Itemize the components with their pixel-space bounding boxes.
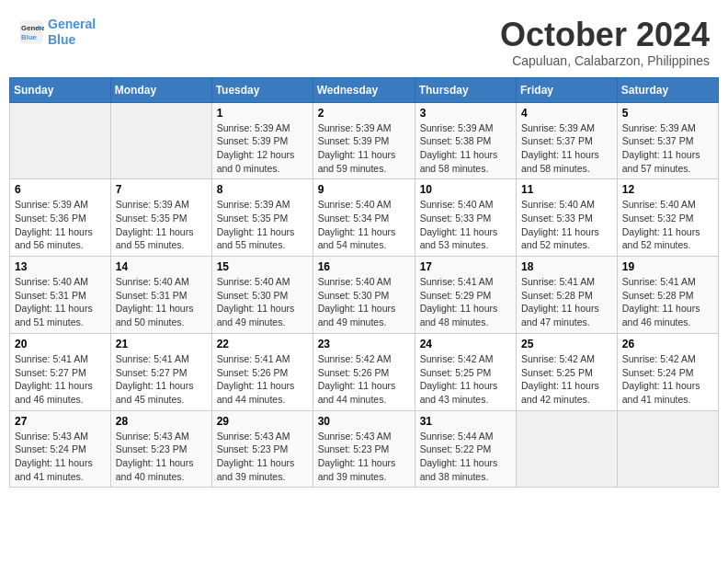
day-number: 2 [318, 107, 410, 120]
logo-icon: General Blue [18, 19, 44, 45]
day-info: Sunrise: 5:41 AM Sunset: 5:27 PM Dayligh… [15, 352, 106, 407]
logo-text: General Blue [48, 17, 96, 48]
day-number: 24 [420, 338, 511, 350]
calendar-cell: 10Sunrise: 5:40 AM Sunset: 5:33 PM Dayli… [415, 179, 516, 257]
day-info: Sunrise: 5:41 AM Sunset: 5:26 PM Dayligh… [217, 352, 308, 407]
calendar-cell: 29Sunrise: 5:43 AM Sunset: 5:23 PM Dayli… [211, 410, 313, 488]
day-number: 21 [116, 338, 207, 350]
calendar-cell: 22Sunrise: 5:41 AM Sunset: 5:26 PM Dayli… [211, 333, 313, 410]
day-info: Sunrise: 5:40 AM Sunset: 5:33 PM Dayligh… [420, 198, 511, 252]
calendar-cell: 15Sunrise: 5:40 AM Sunset: 5:30 PM Dayli… [211, 257, 313, 334]
day-info: Sunrise: 5:43 AM Sunset: 5:23 PM Dayligh… [116, 430, 207, 484]
day-info: Sunrise: 5:41 AM Sunset: 5:29 PM Dayligh… [420, 275, 511, 329]
day-info: Sunrise: 5:39 AM Sunset: 5:36 PM Dayligh… [15, 198, 106, 252]
day-info: Sunrise: 5:40 AM Sunset: 5:34 PM Dayligh… [318, 198, 410, 252]
calendar-cell [517, 410, 618, 488]
day-info: Sunrise: 5:43 AM Sunset: 5:23 PM Dayligh… [217, 430, 308, 484]
day-info: Sunrise: 5:39 AM Sunset: 5:39 PM Dayligh… [217, 121, 308, 176]
calendar-cell: 28Sunrise: 5:43 AM Sunset: 5:23 PM Dayli… [110, 410, 211, 488]
month-title: October 2024 [500, 17, 710, 53]
weekday-header: Friday [517, 77, 618, 102]
weekday-header: Thursday [415, 77, 516, 102]
day-number: 29 [217, 415, 308, 428]
calendar-cell [10, 102, 111, 179]
day-info: Sunrise: 5:42 AM Sunset: 5:25 PM Dayligh… [521, 352, 612, 407]
calendar-cell [110, 102, 211, 179]
calendar-cell: 31Sunrise: 5:44 AM Sunset: 5:22 PM Dayli… [415, 410, 516, 488]
calendar-table: SundayMondayTuesdayWednesdayThursdayFrid… [9, 77, 719, 488]
day-info: Sunrise: 5:40 AM Sunset: 5:32 PM Dayligh… [622, 198, 713, 252]
day-info: Sunrise: 5:40 AM Sunset: 5:31 PM Dayligh… [15, 275, 106, 329]
day-number: 4 [521, 107, 612, 120]
calendar-cell: 1Sunrise: 5:39 AM Sunset: 5:39 PM Daylig… [211, 102, 313, 179]
calendar-cell: 6Sunrise: 5:39 AM Sunset: 5:36 PM Daylig… [10, 179, 111, 257]
day-info: Sunrise: 5:42 AM Sunset: 5:25 PM Dayligh… [420, 352, 511, 407]
day-info: Sunrise: 5:41 AM Sunset: 5:28 PM Dayligh… [622, 275, 713, 329]
day-info: Sunrise: 5:43 AM Sunset: 5:23 PM Dayligh… [318, 430, 410, 484]
day-info: Sunrise: 5:39 AM Sunset: 5:38 PM Dayligh… [420, 121, 511, 176]
calendar-cell: 12Sunrise: 5:40 AM Sunset: 5:32 PM Dayli… [617, 179, 718, 257]
calendar-cell: 18Sunrise: 5:41 AM Sunset: 5:28 PM Dayli… [517, 257, 618, 334]
calendar-cell: 13Sunrise: 5:40 AM Sunset: 5:31 PM Dayli… [10, 257, 111, 334]
calendar-cell: 20Sunrise: 5:41 AM Sunset: 5:27 PM Dayli… [10, 333, 111, 410]
calendar-week-row: 13Sunrise: 5:40 AM Sunset: 5:31 PM Dayli… [10, 257, 719, 334]
weekday-header: Monday [110, 77, 211, 102]
calendar-cell: 5Sunrise: 5:39 AM Sunset: 5:37 PM Daylig… [617, 102, 718, 179]
calendar-cell: 25Sunrise: 5:42 AM Sunset: 5:25 PM Dayli… [517, 333, 618, 410]
weekday-header: Sunday [10, 77, 111, 102]
day-number: 13 [15, 260, 106, 273]
location-subtitle: Capuluan, Calabarzon, Philippines [500, 53, 710, 68]
day-number: 20 [15, 338, 106, 350]
logo: General Blue General Blue [18, 17, 96, 48]
day-number: 6 [15, 183, 106, 196]
svg-text:Blue: Blue [21, 33, 38, 41]
calendar-cell: 2Sunrise: 5:39 AM Sunset: 5:39 PM Daylig… [313, 102, 415, 179]
day-number: 10 [420, 183, 511, 196]
calendar-week-row: 27Sunrise: 5:43 AM Sunset: 5:24 PM Dayli… [10, 410, 719, 488]
calendar-cell: 19Sunrise: 5:41 AM Sunset: 5:28 PM Dayli… [617, 257, 718, 334]
day-info: Sunrise: 5:40 AM Sunset: 5:33 PM Dayligh… [521, 198, 612, 252]
day-number: 19 [622, 260, 713, 273]
day-info: Sunrise: 5:41 AM Sunset: 5:28 PM Dayligh… [521, 275, 612, 329]
calendar-cell: 7Sunrise: 5:39 AM Sunset: 5:35 PM Daylig… [110, 179, 211, 257]
day-info: Sunrise: 5:39 AM Sunset: 5:39 PM Dayligh… [318, 121, 410, 176]
calendar-cell: 11Sunrise: 5:40 AM Sunset: 5:33 PM Dayli… [517, 179, 618, 257]
day-number: 12 [622, 183, 713, 196]
calendar-cell: 4Sunrise: 5:39 AM Sunset: 5:37 PM Daylig… [517, 102, 618, 179]
calendar-week-row: 20Sunrise: 5:41 AM Sunset: 5:27 PM Dayli… [10, 333, 719, 410]
logo-line1: General [48, 17, 96, 31]
day-number: 16 [318, 260, 410, 273]
day-info: Sunrise: 5:44 AM Sunset: 5:22 PM Dayligh… [420, 430, 511, 484]
calendar-cell: 26Sunrise: 5:42 AM Sunset: 5:24 PM Dayli… [617, 333, 718, 410]
calendar-cell: 24Sunrise: 5:42 AM Sunset: 5:25 PM Dayli… [415, 333, 516, 410]
calendar-header-row: SundayMondayTuesdayWednesdayThursdayFrid… [10, 77, 719, 102]
day-number: 27 [15, 415, 106, 428]
calendar-cell: 27Sunrise: 5:43 AM Sunset: 5:24 PM Dayli… [10, 410, 111, 488]
day-number: 22 [217, 338, 308, 350]
day-info: Sunrise: 5:40 AM Sunset: 5:31 PM Dayligh… [116, 275, 207, 329]
day-info: Sunrise: 5:39 AM Sunset: 5:35 PM Dayligh… [217, 198, 308, 252]
logo-line2: Blue [48, 32, 75, 47]
calendar-cell: 21Sunrise: 5:41 AM Sunset: 5:27 PM Dayli… [110, 333, 211, 410]
calendar-cell: 17Sunrise: 5:41 AM Sunset: 5:29 PM Dayli… [415, 257, 516, 334]
calendar-cell: 23Sunrise: 5:42 AM Sunset: 5:26 PM Dayli… [313, 333, 415, 410]
calendar-cell: 30Sunrise: 5:43 AM Sunset: 5:23 PM Dayli… [313, 410, 415, 488]
day-number: 30 [318, 415, 410, 428]
day-info: Sunrise: 5:39 AM Sunset: 5:37 PM Dayligh… [622, 121, 713, 176]
day-number: 3 [420, 107, 511, 120]
weekday-header: Tuesday [211, 77, 313, 102]
day-number: 15 [217, 260, 308, 273]
day-number: 8 [217, 183, 308, 196]
calendar-cell: 9Sunrise: 5:40 AM Sunset: 5:34 PM Daylig… [313, 179, 415, 257]
calendar-cell: 14Sunrise: 5:40 AM Sunset: 5:31 PM Dayli… [110, 257, 211, 334]
day-info: Sunrise: 5:42 AM Sunset: 5:26 PM Dayligh… [318, 352, 410, 407]
day-info: Sunrise: 5:40 AM Sunset: 5:30 PM Dayligh… [217, 275, 308, 329]
calendar-cell: 3Sunrise: 5:39 AM Sunset: 5:38 PM Daylig… [415, 102, 516, 179]
day-number: 14 [116, 260, 207, 273]
weekday-header: Saturday [617, 77, 718, 102]
calendar-week-row: 6Sunrise: 5:39 AM Sunset: 5:36 PM Daylig… [10, 179, 719, 257]
day-number: 18 [521, 260, 612, 273]
day-info: Sunrise: 5:39 AM Sunset: 5:35 PM Dayligh… [116, 198, 207, 252]
day-number: 28 [116, 415, 207, 428]
day-number: 7 [116, 183, 207, 196]
